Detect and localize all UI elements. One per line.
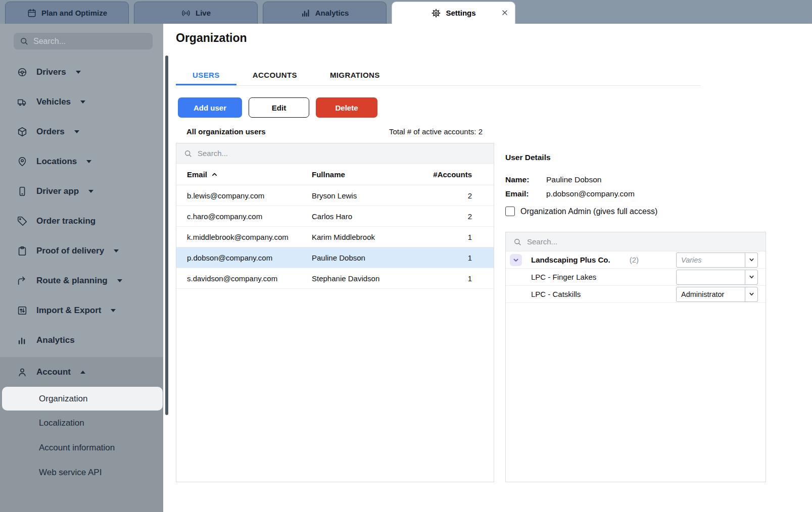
tab-label: Plan and Optimize [41, 9, 107, 17]
sidebar-item-locations[interactable]: Locations [0, 146, 163, 176]
truck-icon [17, 96, 28, 108]
cell-accounts: 2 [443, 191, 494, 200]
sidebar-item-account[interactable]: Account [0, 357, 163, 387]
users-search[interactable] [176, 143, 494, 164]
cell-email: c.haro@company.com [176, 212, 312, 221]
sidebar-subitem-account-information[interactable]: Account information [0, 435, 163, 460]
tree-row-child[interactable]: LPC - Finger Lakes [506, 269, 766, 286]
sidebar-item-vehicles[interactable]: Vehicles [0, 87, 163, 117]
column-header-accounts[interactable]: #Accounts [433, 170, 494, 179]
table-row[interactable]: k.middlebrook@company.com Karim Middlebr… [176, 227, 494, 247]
cell-fullname: Pauline Dobson [312, 253, 443, 262]
organization-tabs: USERS ACCOUNTS MIGRATIONS [176, 64, 380, 85]
route-arrow-icon [17, 275, 28, 286]
tree-row-parent[interactable]: Landscaping Plus Co. (2) Varies [506, 251, 766, 269]
sidebar-search[interactable] [14, 33, 153, 49]
sidebar-subitem-label: Localization [39, 418, 84, 428]
sidebar-item-label: Drivers [36, 67, 66, 77]
email-value: p.dobson@company.com [546, 189, 635, 198]
chevron-down-icon [74, 130, 79, 133]
edit-user-button[interactable]: Edit [249, 97, 309, 118]
accounts-search[interactable] [506, 232, 766, 251]
sidebar-subitem-web-service-api[interactable]: Web service API [0, 460, 163, 485]
users-list-header: All organization users Total # of active… [176, 127, 494, 136]
sidebar-subitem-label: Organization [39, 394, 87, 404]
role-select[interactable] [676, 270, 758, 285]
gear-icon [431, 8, 441, 18]
sidebar-item-label: Locations [36, 157, 77, 167]
package-icon [17, 126, 28, 137]
accounts-search-input[interactable] [527, 237, 758, 246]
users-table-panel: Email Fullname #Accounts b.lewis@company… [176, 143, 494, 482]
accounts-tree-panel: Landscaping Plus Co. (2) Varies LPC - Fi… [505, 232, 766, 482]
column-header-fullname[interactable]: Fullname [312, 170, 433, 179]
sidebar-item-label: Account [36, 367, 71, 377]
sidebar-subitem-label: Web service API [39, 468, 102, 478]
delete-user-button[interactable]: Delete [316, 97, 377, 118]
tab-live[interactable]: Live [134, 2, 258, 24]
tab-users[interactable]: USERS [176, 64, 236, 85]
tab-label: Settings [446, 9, 475, 17]
search-icon [19, 36, 29, 46]
clipboard-icon [17, 245, 28, 257]
chevron-down-icon [76, 71, 81, 74]
person-icon [17, 367, 28, 378]
table-row-selected[interactable]: p.dobson@company.com Pauline Dobson 1 [176, 247, 494, 268]
chevron-down-icon [117, 279, 122, 282]
phone-icon [17, 186, 28, 197]
active-accounts-total: Total # of active accounts: 2 [389, 127, 494, 136]
table-row[interactable]: c.haro@company.com Carlos Haro 2 [176, 206, 494, 227]
table-row[interactable]: s.davidson@company.com Stephanie Davidso… [176, 268, 494, 289]
sidebar-item-label: Vehicles [36, 97, 71, 107]
sidebar-item-import-export[interactable]: Import & Export [0, 295, 163, 325]
account-name: Landscaping Plus Co. [531, 255, 610, 264]
tab-label: Live [196, 9, 211, 17]
cell-email: p.dobson@company.com [176, 253, 312, 262]
sidebar-item-analytics[interactable]: Analytics [0, 325, 163, 355]
sidebar-item-drivers[interactable]: Drivers [0, 57, 163, 87]
sidebar-item-label: Orders [36, 127, 65, 137]
table-row[interactable]: b.lewis@company.com Bryson Lewis 2 [176, 185, 494, 206]
sidebar-item-route-planning[interactable]: Route & planning [0, 266, 163, 295]
bar-chart-icon [17, 335, 28, 346]
role-select[interactable]: Varies [676, 252, 758, 268]
users-search-input[interactable] [198, 149, 487, 158]
sidebar-item-label: Import & Export [36, 305, 101, 316]
search-icon [513, 237, 522, 246]
expand-collapse-icon[interactable] [510, 254, 522, 266]
tab-migrations[interactable]: MIGRATIONS [330, 64, 380, 85]
sidebar-scrollbar[interactable] [165, 56, 168, 415]
sidebar-subitem-organization[interactable]: Organization [2, 387, 163, 411]
add-user-button[interactable]: Add user [178, 97, 242, 118]
close-icon[interactable] [501, 9, 509, 17]
tab-settings[interactable]: Settings [392, 2, 515, 24]
cell-email: s.davidson@company.com [176, 274, 312, 283]
role-select[interactable]: Administrator [676, 287, 758, 302]
sidebar-subitem-localization[interactable]: Localization [0, 411, 163, 435]
sidebar-item-driver-app[interactable]: Driver app [0, 176, 163, 206]
settings-content: Organization USERS ACCOUNTS MIGRATIONS A… [163, 24, 812, 512]
org-admin-checkbox[interactable] [505, 207, 515, 216]
tree-row-child[interactable]: LPC - Catskills Administrator [506, 286, 766, 303]
sidebar-item-proof-of-delivery[interactable]: Proof of delivery [0, 236, 163, 266]
account-count: (2) [630, 255, 639, 264]
bar-chart-icon [301, 8, 311, 18]
cell-fullname: Bryson Lewis [312, 191, 443, 200]
tab-accounts[interactable]: ACCOUNTS [253, 64, 297, 85]
chevron-down-icon [745, 287, 757, 301]
tab-analytics[interactable]: Analytics [263, 2, 387, 24]
column-header-email[interactable]: Email [176, 170, 312, 179]
sidebar-item-label: Proof of delivery [36, 246, 104, 256]
sidebar-item-orders[interactable]: Orders [0, 117, 163, 146]
top-tab-bar: Plan and Optimize Live Analytics Setting… [0, 0, 812, 24]
org-admin-label: Organization Admin (gives full access) [520, 207, 657, 216]
calendar-icon [27, 8, 37, 18]
sidebar-item-order-tracking[interactable]: Order tracking [0, 206, 163, 236]
cell-accounts: 1 [443, 253, 494, 262]
users-table-header: Email Fullname #Accounts [176, 164, 494, 185]
sidebar-search-input[interactable] [33, 37, 147, 46]
tab-plan-and-optimize[interactable]: Plan and Optimize [5, 2, 129, 24]
org-admin-row: Organization Admin (gives full access) [505, 207, 657, 216]
cell-accounts: 1 [443, 274, 494, 283]
sidebar: Drivers Vehicles Orders Locations Driver [0, 24, 163, 512]
